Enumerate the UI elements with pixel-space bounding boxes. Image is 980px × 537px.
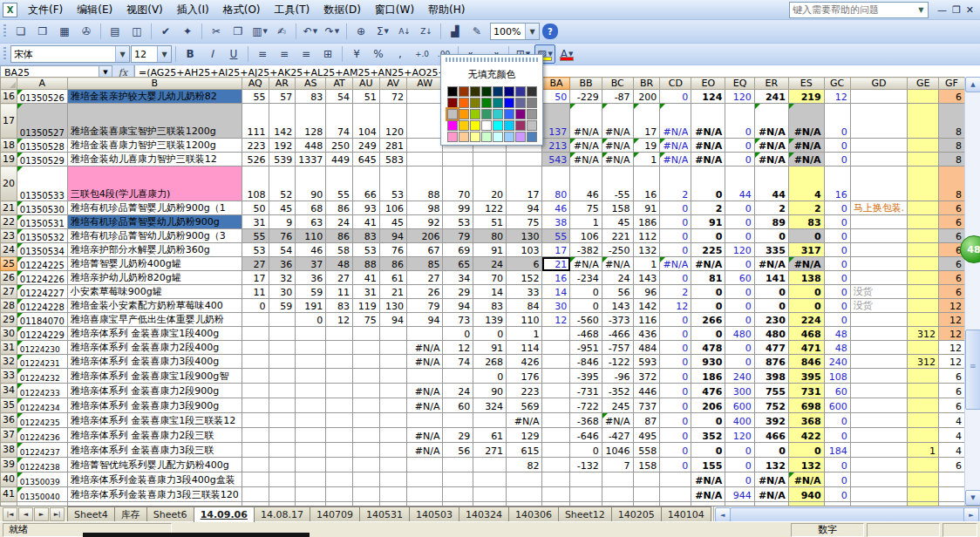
cell-B37[interactable]: 雅培亲体系列 金装喜康力2段三联 [67,428,242,443]
cell-AS34[interactable] [296,384,326,398]
cell-AZ33[interactable]: 176 [507,369,542,384]
cell-AZ32[interactable]: 426 [507,355,542,369]
cell-AS40[interactable] [296,472,326,487]
autosum-button[interactable]: Σ▼ [372,22,393,41]
cell-AY26[interactable]: 70 [473,271,507,285]
cell-AR23[interactable]: 76 [269,229,296,243]
cell-BA29[interactable]: 12 [542,313,570,327]
cell-AW22[interactable]: 92 [407,215,443,229]
cell-EQ28[interactable]: 0 [725,299,755,313]
cell-BC20[interactable]: -55 [602,167,633,201]
cell-GE19[interactable] [908,153,939,167]
color-swatch-27[interactable] [481,120,492,131]
cell-A20[interactable]: 01350533 [17,167,67,201]
cell-BA41[interactable] [542,487,570,502]
cell-GD19[interactable] [850,153,908,167]
cell-GD17[interactable] [850,104,908,139]
cell-ES22[interactable]: 83 [788,215,824,229]
cell-AX21[interactable]: 99 [443,201,473,215]
cell-AR39[interactable] [269,458,296,472]
cell-GC16[interactable]: 12 [824,90,850,104]
cell-A33[interactable]: 01224232 [17,369,67,384]
color-swatch-14[interactable] [515,98,526,108]
cell-BR27[interactable]: 96 [633,285,660,299]
cell-BR32[interactable]: 593 [633,355,660,369]
cell-BA33[interactable] [542,369,570,384]
cell-AT36[interactable] [326,413,353,428]
cell-ER16[interactable]: 241 [754,90,788,104]
cell-GD29[interactable] [850,313,908,327]
cell-GF21[interactable]: 6 [939,201,965,215]
cell-BR33[interactable]: 372 [633,369,660,384]
cell-AS39[interactable] [296,458,326,472]
cell-A40[interactable]: 01350039 [17,472,67,487]
cell-AY40[interactable] [473,472,507,487]
cell-AQ20[interactable]: 108 [242,167,269,201]
cell-B33[interactable]: 雅培亲体系列 金装喜康宝1段900g智 [67,369,242,384]
cell-AT34[interactable] [326,384,353,398]
cell-BR41[interactable] [633,487,660,502]
cell-AT29[interactable]: 12 [326,313,353,327]
cell-CD33[interactable]: 0 [660,369,691,384]
cell-AY19[interactable] [473,153,507,167]
cell-AX31[interactable]: 12 [443,341,473,355]
cell-BC30[interactable]: -466 [602,327,633,341]
print-preview-button[interactable]: ◫ [126,22,147,41]
color-swatch-35[interactable] [481,132,492,142]
cell-AX34[interactable]: 24 [443,384,473,398]
cell-EQ32[interactable]: 0 [725,355,755,369]
cell-AT32[interactable] [326,355,353,369]
cell-GF31[interactable]: 12 [939,341,965,355]
cell-AX35[interactable]: 60 [443,398,473,413]
cell-AQ16[interactable]: 55 [242,90,269,104]
cell-ES19[interactable]: #N/A [788,153,824,167]
row-header-20[interactable]: 20 [1,167,17,201]
cell-BR26[interactable]: 143 [633,271,660,285]
cell-AR29[interactable] [269,313,296,327]
cell-AX24[interactable]: 69 [443,243,473,257]
cell-AR19[interactable]: 539 [269,153,296,167]
color-swatch-25[interactable] [459,120,469,131]
cell-AQ30[interactable] [242,327,269,341]
cell-BR38[interactable]: 558 [633,443,660,458]
cell-BB30[interactable]: -468 [570,327,602,341]
column-header-B[interactable]: B [67,78,242,90]
cell-AQ40[interactable] [242,472,269,487]
cell-BC26[interactable]: 24 [602,271,633,285]
cell-GE39[interactable] [908,458,939,472]
cell-AX41[interactable] [443,487,473,502]
sheet-tab-3[interactable]: 14.09.06 [194,506,255,522]
restore-button[interactable]: ❐ [952,4,961,16]
sheet-tab-0[interactable]: Sheet4 [67,506,115,522]
row-header-35[interactable]: 35 [1,398,17,413]
copy-button[interactable]: ❐ [228,22,248,41]
cell-EO39[interactable]: 155 [691,458,725,472]
column-header-GD[interactable]: GD [850,78,908,90]
cell-AQ38[interactable] [242,443,269,458]
sheet-tab-8[interactable]: 140324 [459,506,509,522]
color-swatch-16[interactable] [447,109,458,119]
color-swatch-15[interactable] [527,98,537,108]
cell-AU41[interactable] [353,487,380,502]
cell-GF41[interactable] [939,487,965,502]
cell-A28[interactable]: 01224228 [17,299,67,313]
row-header-38[interactable]: 38 [1,443,17,458]
cell-BB25[interactable]: #N/A [570,257,602,271]
cell-AW18[interactable] [407,139,443,153]
sheet-tab-10[interactable]: Sheet12 [558,506,612,522]
cell-AU25[interactable]: 88 [353,257,380,271]
cell-ES30[interactable]: 468 [788,327,824,341]
cell-AQ32[interactable] [242,355,269,369]
cell-AW25[interactable]: 85 [407,257,443,271]
cell-B21[interactable]: 雅培有机珍品菁智婴儿奶粉900g（1 [67,201,242,215]
cell-BC28[interactable]: 143 [602,299,633,313]
cell-AY30[interactable]: 0 [473,327,507,341]
sort-descending-button[interactable]: Z↓ [416,22,437,41]
cell-GC20[interactable]: 16 [824,167,850,201]
cell-GD18[interactable] [850,139,908,153]
cell-BC16[interactable]: -87 [602,90,633,104]
cell-AX27[interactable]: 29 [443,285,473,299]
row-header-24[interactable]: 24 [1,243,17,257]
cell-AS30[interactable] [296,327,326,341]
cell-EQ30[interactable]: 480 [725,327,755,341]
